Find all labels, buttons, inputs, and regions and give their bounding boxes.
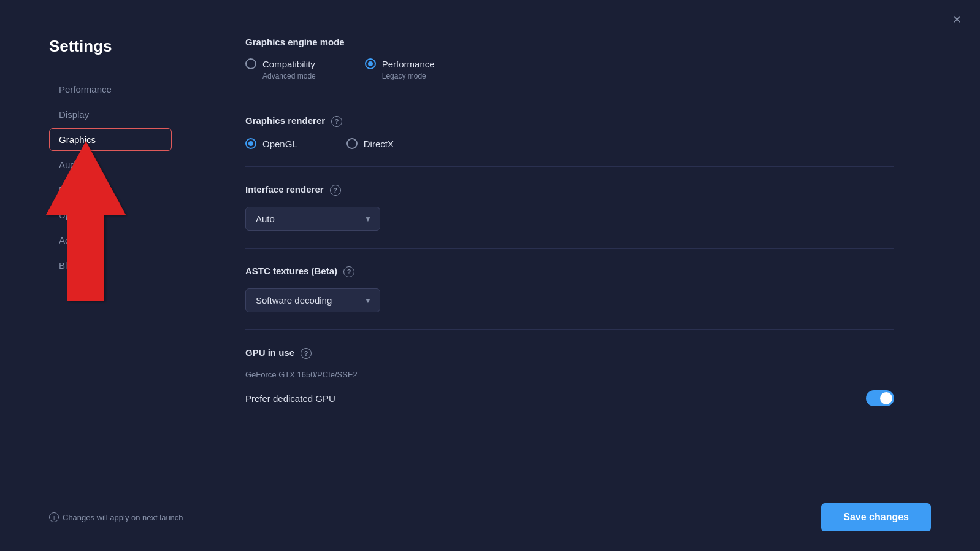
settings-window: ✕ Settings Performance Display Graphics … xyxy=(0,0,980,551)
sidebar-item-performance[interactable]: Performance xyxy=(49,78,172,101)
radio-label-compatibility: Compatibility xyxy=(262,59,315,69)
radio-circle-directx xyxy=(346,138,358,149)
interface-renderer-label: Interface renderer ? xyxy=(245,184,894,196)
radio-sublabel-performance: Legacy mode xyxy=(365,72,435,80)
footer-note-text: Changes will apply on next launch xyxy=(63,513,183,522)
sidebar-nav: Performance Display Graphics Audio Downl… xyxy=(49,78,172,277)
graphics-renderer-section: Graphics renderer ? OpenGL DirectX xyxy=(245,115,894,167)
sidebar-item-graphics[interactable]: Graphics xyxy=(49,128,172,151)
save-changes-button[interactable]: Save changes xyxy=(821,503,931,531)
sidebar-item-audio[interactable]: Audio xyxy=(49,153,172,176)
toggle-knob xyxy=(880,392,892,404)
graphics-engine-mode-section: Graphics engine mode Compatibility Advan… xyxy=(245,37,894,98)
sidebar-item-download[interactable]: Download xyxy=(49,179,172,201)
prefer-dedicated-toggle[interactable] xyxy=(866,390,894,406)
astc-textures-label: ASTC textures (Beta) ? xyxy=(245,266,894,277)
graphics-renderer-help-icon[interactable]: ? xyxy=(331,116,342,127)
astc-textures-dropdown[interactable]: Software decoding Hardware decoding Disa… xyxy=(245,288,380,312)
astc-textures-help-icon[interactable]: ? xyxy=(343,266,354,277)
radio-option-performance[interactable]: Performance Legacy mode xyxy=(365,58,435,80)
graphics-engine-mode-label: Graphics engine mode xyxy=(245,37,894,47)
sidebar-item-display[interactable]: Display xyxy=(49,103,172,126)
prefer-dedicated-row: Prefer dedicated GPU xyxy=(245,390,894,406)
gpu-name: GeForce GTX 1650/PCIe/SSE2 xyxy=(245,370,894,379)
radio-sublabel-compatibility: Advanced mode xyxy=(245,72,316,80)
radio-option-compatibility[interactable]: Compatibility Advanced mode xyxy=(245,58,316,80)
interface-renderer-section: Interface renderer ? Auto OpenGL DirectX… xyxy=(245,184,894,249)
radio-circle-opengl xyxy=(245,138,256,149)
gpu-in-use-label: GPU in use ? xyxy=(245,347,894,359)
sidebar: Settings Performance Display Graphics Au… xyxy=(49,37,172,488)
sidebar-item-blocked[interactable]: Blocked xyxy=(49,254,172,277)
radio-option-directx[interactable]: DirectX xyxy=(346,138,394,149)
radio-label-opengl: OpenGL xyxy=(262,139,297,149)
gpu-section: GPU in use ? GeForce GTX 1650/PCIe/SSE2 … xyxy=(245,347,894,423)
radio-circle-compatibility xyxy=(245,58,256,69)
graphics-engine-mode-options: Compatibility Advanced mode Performance … xyxy=(245,58,894,80)
close-button[interactable]: ✕ xyxy=(948,11,965,28)
gpu-info: GeForce GTX 1650/PCIe/SSE2 Prefer dedica… xyxy=(245,370,894,406)
interface-renderer-dropdown[interactable]: Auto OpenGL DirectX Vulkan xyxy=(245,207,380,231)
main-content: Graphics engine mode Compatibility Advan… xyxy=(172,37,931,488)
info-icon: i xyxy=(49,512,59,522)
astc-textures-section: ASTC textures (Beta) ? Software decoding… xyxy=(245,266,894,330)
astc-textures-dropdown-wrapper: Software decoding Hardware decoding Disa… xyxy=(245,288,380,312)
graphics-renderer-options: OpenGL DirectX xyxy=(245,138,894,149)
prefer-dedicated-label: Prefer dedicated GPU xyxy=(245,393,335,404)
page-title: Settings xyxy=(49,37,172,56)
footer-note: i Changes will apply on next launch xyxy=(49,512,183,522)
interface-renderer-help-icon[interactable]: ? xyxy=(330,185,341,196)
radio-circle-performance xyxy=(365,58,376,69)
footer: i Changes will apply on next launch Save… xyxy=(0,488,980,551)
sidebar-item-updates[interactable]: Updates xyxy=(49,204,172,226)
interface-renderer-dropdown-wrapper: Auto OpenGL DirectX Vulkan ▼ xyxy=(245,207,380,231)
radio-option-opengl[interactable]: OpenGL xyxy=(245,138,297,149)
content-area: Settings Performance Display Graphics Au… xyxy=(0,0,980,488)
gpu-help-icon[interactable]: ? xyxy=(301,348,312,359)
graphics-renderer-label: Graphics renderer ? xyxy=(245,115,894,127)
radio-label-directx: DirectX xyxy=(364,139,394,149)
radio-label-performance: Performance xyxy=(382,59,435,69)
sidebar-item-advanced[interactable]: Advanced xyxy=(49,229,172,252)
